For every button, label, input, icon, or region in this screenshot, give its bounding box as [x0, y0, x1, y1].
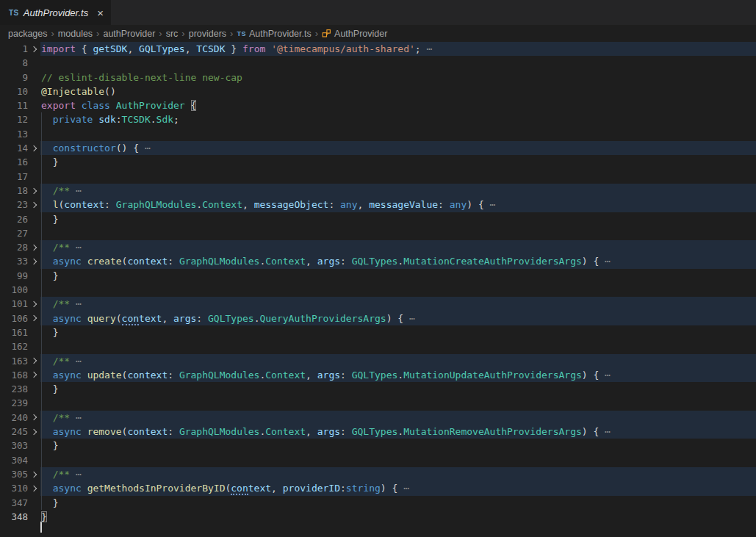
fold-chevron-icon[interactable]: [28, 467, 40, 481]
code-line-33[interactable]: 33 async create(context: GraphQLModules.…: [0, 254, 756, 268]
line-number[interactable]: 28: [0, 240, 28, 254]
fold-chevron-icon[interactable]: [28, 42, 40, 56]
code-text[interactable]: async getMethodsInProviderByID(context, …: [40, 481, 756, 495]
line-number[interactable]: 17: [0, 170, 28, 184]
code-line-106[interactable]: 106 async query(context, args: GQLTypes.…: [0, 311, 756, 325]
code-text[interactable]: }: [40, 382, 756, 396]
code-text[interactable]: }: [40, 510, 756, 524]
code-text[interactable]: [40, 339, 756, 353]
code-line-16[interactable]: 16 }: [0, 155, 756, 169]
code-text[interactable]: /** ⋯: [40, 411, 756, 425]
breadcrumb-item-src[interactable]: src: [166, 29, 179, 39]
line-number[interactable]: 10: [0, 84, 28, 98]
code-line-8[interactable]: 8: [0, 56, 756, 70]
code-text[interactable]: }: [40, 325, 756, 339]
line-number[interactable]: 27: [0, 226, 28, 240]
line-number[interactable]: 101: [0, 297, 28, 311]
line-number[interactable]: 303: [0, 439, 28, 453]
line-number[interactable]: 240: [0, 411, 28, 425]
breadcrumb-item-providers[interactable]: providers: [189, 29, 226, 39]
code-line-348[interactable]: 348}: [0, 510, 756, 524]
code-line-305[interactable]: 305 /** ⋯: [0, 467, 756, 481]
line-number[interactable]: 304: [0, 453, 28, 467]
code-text[interactable]: /** ⋯: [40, 297, 756, 311]
code-text[interactable]: /** ⋯: [40, 240, 756, 254]
code-text[interactable]: l(context: GraphQLModules.Context, messa…: [40, 198, 756, 212]
fold-chevron-icon[interactable]: [28, 368, 40, 382]
fold-chevron-icon[interactable]: [28, 240, 40, 254]
code-line-303[interactable]: 303 }: [0, 439, 756, 453]
line-number[interactable]: 13: [0, 127, 28, 141]
fold-chevron-icon[interactable]: [28, 198, 40, 212]
code-text[interactable]: [40, 396, 756, 410]
fold-chevron-icon[interactable]: [28, 141, 40, 155]
line-number[interactable]: 12: [0, 112, 28, 126]
code-line-347[interactable]: 347 }: [0, 496, 756, 510]
code-text[interactable]: // eslint-disable-next-line new-cap: [40, 71, 756, 84]
code-line-168[interactable]: 168 async update(context: GraphQLModules…: [0, 368, 756, 382]
code-text[interactable]: @Injectable(): [40, 84, 756, 98]
code-line-10[interactable]: 10@Injectable(): [0, 84, 756, 98]
code-text[interactable]: }: [40, 155, 756, 169]
code-line-162[interactable]: 162: [0, 339, 756, 353]
line-number[interactable]: 99: [0, 269, 28, 283]
code-text[interactable]: }: [40, 269, 756, 283]
line-number[interactable]: 245: [0, 425, 28, 439]
code-text[interactable]: import { getSDK, GQLTypes, TCSDK } from …: [40, 42, 756, 56]
code-line-14[interactable]: 14 constructor() { ⋯: [0, 141, 756, 155]
code-text[interactable]: async remove(context: GraphQLModules.Con…: [40, 425, 756, 439]
line-number[interactable]: 310: [0, 481, 28, 495]
line-number[interactable]: 106: [0, 311, 28, 325]
code-text[interactable]: [40, 283, 756, 297]
code-text[interactable]: }: [40, 439, 756, 453]
code-line-239[interactable]: 239: [0, 396, 756, 410]
tab-close-icon[interactable]: ×: [97, 7, 104, 18]
fold-chevron-icon[interactable]: [28, 297, 40, 311]
line-number[interactable]: 238: [0, 382, 28, 396]
breadcrumb-item-authprovider[interactable]: AuthProvider: [322, 29, 387, 39]
line-number[interactable]: 16: [0, 155, 28, 169]
code-text[interactable]: }: [40, 496, 756, 510]
code-line-12[interactable]: 12 private sdk:TCSDK.Sdk;: [0, 112, 756, 126]
line-number[interactable]: 163: [0, 354, 28, 368]
line-number[interactable]: 347: [0, 496, 28, 510]
code-text[interactable]: /** ⋯: [40, 184, 756, 198]
code-line-304[interactable]: 304: [0, 453, 756, 467]
line-number[interactable]: 26: [0, 212, 28, 226]
breadcrumb-item-authprovider-ts[interactable]: TSAuthProvider.ts: [237, 29, 311, 39]
line-number[interactable]: 305: [0, 467, 28, 481]
line-number[interactable]: 1: [0, 42, 28, 56]
line-number[interactable]: 14: [0, 141, 28, 155]
code-text[interactable]: /** ⋯: [40, 467, 756, 481]
fold-chevron-icon[interactable]: [28, 184, 40, 198]
code-line-240[interactable]: 240 /** ⋯: [0, 411, 756, 425]
fold-chevron-icon[interactable]: [28, 311, 40, 325]
line-number[interactable]: 162: [0, 339, 28, 353]
code-line-101[interactable]: 101 /** ⋯: [0, 297, 756, 311]
line-number[interactable]: 33: [0, 254, 28, 268]
fold-chevron-icon[interactable]: [28, 425, 40, 439]
fold-chevron-icon[interactable]: [28, 254, 40, 268]
line-number[interactable]: 11: [0, 98, 28, 112]
fold-chevron-icon[interactable]: [28, 354, 40, 368]
code-line-18[interactable]: 18 /** ⋯: [0, 184, 756, 198]
line-number[interactable]: 18: [0, 184, 28, 198]
line-number[interactable]: 23: [0, 198, 28, 212]
code-text[interactable]: [40, 56, 756, 70]
code-text[interactable]: [40, 127, 756, 141]
code-line-238[interactable]: 238 }: [0, 382, 756, 396]
code-text[interactable]: constructor() { ⋯: [40, 141, 756, 155]
line-number[interactable]: 168: [0, 368, 28, 382]
line-number[interactable]: 8: [0, 56, 28, 70]
tab-authprovider[interactable]: TS AuthProvider.ts ×: [0, 0, 111, 25]
code-line-9[interactable]: 9// eslint-disable-next-line new-cap: [0, 71, 756, 84]
fold-chevron-icon[interactable]: [28, 481, 40, 495]
code-text[interactable]: [40, 453, 756, 467]
line-number[interactable]: 100: [0, 283, 28, 297]
breadcrumb-item-packages[interactable]: packages: [8, 29, 48, 39]
code-text[interactable]: async create(context: GraphQLModules.Con…: [40, 254, 756, 268]
code-line-23[interactable]: 23 l(context: GraphQLModules.Context, me…: [0, 198, 756, 212]
code-text[interactable]: }: [40, 212, 756, 226]
line-number[interactable]: 9: [0, 71, 28, 84]
line-number[interactable]: 239: [0, 396, 28, 410]
